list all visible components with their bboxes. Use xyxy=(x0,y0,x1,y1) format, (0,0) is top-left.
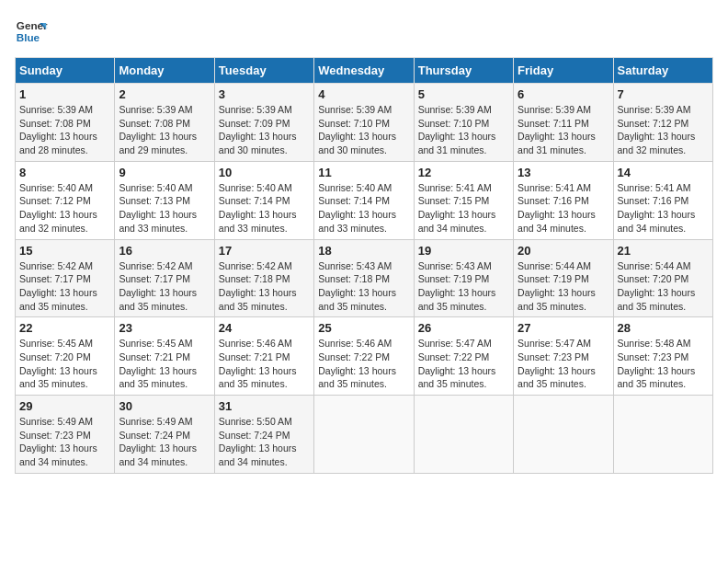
sunrise-time: Sunrise: 5:40 AM xyxy=(19,182,93,193)
sunrise-time: Sunrise: 5:39 AM xyxy=(19,104,93,115)
day-info: Sunrise: 5:39 AM Sunset: 7:10 PM Dayligh… xyxy=(318,103,409,157)
week-row-1: 1 Sunrise: 5:39 AM Sunset: 7:08 PM Dayli… xyxy=(16,84,713,162)
column-header-saturday: Saturday xyxy=(613,58,712,84)
day-info: Sunrise: 5:39 AM Sunset: 7:09 PM Dayligh… xyxy=(219,103,310,157)
sunrise-time: Sunrise: 5:43 AM xyxy=(418,260,492,271)
daylight-hours: Daylight: 13 hours and 28 minutes. xyxy=(19,131,97,155)
day-number: 19 xyxy=(418,244,509,258)
column-header-wednesday: Wednesday xyxy=(314,58,414,84)
day-number: 16 xyxy=(119,244,210,258)
day-info: Sunrise: 5:44 AM Sunset: 7:20 PM Dayligh… xyxy=(618,259,709,314)
sunset-time: Sunset: 7:18 PM xyxy=(219,273,290,284)
daylight-hours: Daylight: 13 hours and 35 minutes. xyxy=(119,287,197,312)
calendar-cell: 3 Sunrise: 5:39 AM Sunset: 7:09 PM Dayli… xyxy=(214,84,313,162)
week-row-2: 8 Sunrise: 5:40 AM Sunset: 7:12 PM Dayli… xyxy=(16,161,713,239)
sunset-time: Sunset: 7:14 PM xyxy=(318,195,390,206)
sunrise-time: Sunrise: 5:47 AM xyxy=(518,338,591,349)
calendar-cell: 15 Sunrise: 5:42 AM Sunset: 7:17 PM Dayl… xyxy=(16,239,115,317)
calendar-cell: 21 Sunrise: 5:44 AM Sunset: 7:20 PM Dayl… xyxy=(613,239,712,317)
daylight-hours: Daylight: 13 hours and 33 minutes. xyxy=(318,209,396,234)
sunset-time: Sunset: 7:20 PM xyxy=(618,273,689,284)
calendar-cell xyxy=(613,396,712,474)
day-info: Sunrise: 5:40 AM Sunset: 7:14 PM Dayligh… xyxy=(219,181,310,236)
sunset-time: Sunset: 7:13 PM xyxy=(119,195,190,206)
calendar-cell: 7 Sunrise: 5:39 AM Sunset: 7:12 PM Dayli… xyxy=(613,84,712,162)
week-row-4: 22 Sunrise: 5:45 AM Sunset: 7:20 PM Dayl… xyxy=(16,317,713,396)
daylight-hours: Daylight: 13 hours and 35 minutes. xyxy=(318,287,396,312)
daylight-hours: Daylight: 13 hours and 35 minutes. xyxy=(119,365,197,390)
day-number: 21 xyxy=(618,244,709,258)
day-info: Sunrise: 5:41 AM Sunset: 7:15 PM Dayligh… xyxy=(418,181,509,236)
day-info: Sunrise: 5:41 AM Sunset: 7:16 PM Dayligh… xyxy=(618,181,709,236)
day-info: Sunrise: 5:44 AM Sunset: 7:19 PM Dayligh… xyxy=(518,259,609,314)
sunrise-time: Sunrise: 5:50 AM xyxy=(219,416,292,427)
sunset-time: Sunset: 7:20 PM xyxy=(19,351,91,362)
day-number: 20 xyxy=(518,244,609,258)
sunset-time: Sunset: 7:22 PM xyxy=(318,351,390,362)
sunset-time: Sunset: 7:16 PM xyxy=(518,195,589,206)
sunrise-time: Sunrise: 5:41 AM xyxy=(618,182,691,193)
sunrise-time: Sunrise: 5:41 AM xyxy=(418,182,492,193)
day-info: Sunrise: 5:46 AM Sunset: 7:22 PM Dayligh… xyxy=(318,337,409,391)
day-info: Sunrise: 5:39 AM Sunset: 7:10 PM Dayligh… xyxy=(418,103,509,157)
daylight-hours: Daylight: 13 hours and 30 minutes. xyxy=(219,131,297,155)
sunset-time: Sunset: 7:11 PM xyxy=(518,118,589,129)
day-info: Sunrise: 5:45 AM Sunset: 7:21 PM Dayligh… xyxy=(119,337,210,391)
logo-icon: General Blue xyxy=(15,15,48,48)
sunset-time: Sunset: 7:10 PM xyxy=(418,118,490,129)
calendar-cell: 31 Sunrise: 5:50 AM Sunset: 7:24 PM Dayl… xyxy=(214,396,313,474)
sunset-time: Sunset: 7:09 PM xyxy=(219,118,290,129)
day-number: 18 xyxy=(318,244,409,258)
day-number: 11 xyxy=(318,166,409,179)
day-number: 17 xyxy=(219,244,310,258)
sunrise-time: Sunrise: 5:40 AM xyxy=(318,182,392,193)
day-number: 27 xyxy=(518,321,609,335)
sunrise-time: Sunrise: 5:41 AM xyxy=(518,182,591,193)
sunset-time: Sunset: 7:23 PM xyxy=(518,351,589,362)
daylight-hours: Daylight: 13 hours and 35 minutes. xyxy=(418,287,496,312)
calendar-cell: 24 Sunrise: 5:46 AM Sunset: 7:21 PM Dayl… xyxy=(214,317,313,396)
sunset-time: Sunset: 7:14 PM xyxy=(219,195,290,206)
logo: General Blue xyxy=(15,15,51,48)
day-info: Sunrise: 5:39 AM Sunset: 7:08 PM Dayligh… xyxy=(19,103,110,157)
day-info: Sunrise: 5:48 AM Sunset: 7:23 PM Dayligh… xyxy=(618,337,709,391)
sunset-time: Sunset: 7:19 PM xyxy=(418,273,490,284)
sunrise-time: Sunrise: 5:40 AM xyxy=(219,182,292,193)
sunrise-time: Sunrise: 5:39 AM xyxy=(219,104,292,115)
calendar-cell xyxy=(414,396,513,474)
day-info: Sunrise: 5:42 AM Sunset: 7:17 PM Dayligh… xyxy=(19,259,110,314)
sunset-time: Sunset: 7:22 PM xyxy=(418,351,490,362)
calendar-cell: 30 Sunrise: 5:49 AM Sunset: 7:24 PM Dayl… xyxy=(115,396,214,474)
daylight-hours: Daylight: 13 hours and 30 minutes. xyxy=(318,131,396,155)
day-number: 4 xyxy=(318,87,409,101)
sunset-time: Sunset: 7:23 PM xyxy=(618,351,689,362)
day-number: 2 xyxy=(119,87,210,101)
day-info: Sunrise: 5:49 AM Sunset: 7:23 PM Dayligh… xyxy=(19,415,110,469)
calendar-cell: 19 Sunrise: 5:43 AM Sunset: 7:19 PM Dayl… xyxy=(414,239,513,317)
calendar-cell: 14 Sunrise: 5:41 AM Sunset: 7:16 PM Dayl… xyxy=(613,161,712,239)
calendar-cell: 13 Sunrise: 5:41 AM Sunset: 7:16 PM Dayl… xyxy=(514,161,613,239)
sunrise-time: Sunrise: 5:48 AM xyxy=(618,338,691,349)
day-number: 22 xyxy=(19,321,110,335)
day-number: 26 xyxy=(418,321,509,335)
day-info: Sunrise: 5:42 AM Sunset: 7:17 PM Dayligh… xyxy=(119,259,210,314)
daylight-hours: Daylight: 13 hours and 35 minutes. xyxy=(518,365,596,390)
calendar-cell: 2 Sunrise: 5:39 AM Sunset: 7:08 PM Dayli… xyxy=(115,84,214,162)
sunrise-time: Sunrise: 5:44 AM xyxy=(618,260,691,271)
sunrise-time: Sunrise: 5:44 AM xyxy=(518,260,591,271)
calendar-cell: 9 Sunrise: 5:40 AM Sunset: 7:13 PM Dayli… xyxy=(115,161,214,239)
daylight-hours: Daylight: 13 hours and 35 minutes. xyxy=(19,287,97,312)
day-number: 28 xyxy=(618,321,709,335)
sunrise-time: Sunrise: 5:49 AM xyxy=(19,416,93,427)
calendar-cell: 10 Sunrise: 5:40 AM Sunset: 7:14 PM Dayl… xyxy=(214,161,313,239)
sunset-time: Sunset: 7:19 PM xyxy=(518,273,589,284)
daylight-hours: Daylight: 13 hours and 34 minutes. xyxy=(518,209,596,234)
day-info: Sunrise: 5:39 AM Sunset: 7:11 PM Dayligh… xyxy=(518,103,609,157)
day-info: Sunrise: 5:43 AM Sunset: 7:18 PM Dayligh… xyxy=(318,259,409,314)
day-info: Sunrise: 5:49 AM Sunset: 7:24 PM Dayligh… xyxy=(119,415,210,469)
daylight-hours: Daylight: 13 hours and 35 minutes. xyxy=(618,287,696,312)
sunrise-time: Sunrise: 5:39 AM xyxy=(518,104,591,115)
daylight-hours: Daylight: 13 hours and 35 minutes. xyxy=(418,365,496,390)
calendar-cell: 17 Sunrise: 5:42 AM Sunset: 7:18 PM Dayl… xyxy=(214,239,313,317)
sunrise-time: Sunrise: 5:39 AM xyxy=(318,104,392,115)
